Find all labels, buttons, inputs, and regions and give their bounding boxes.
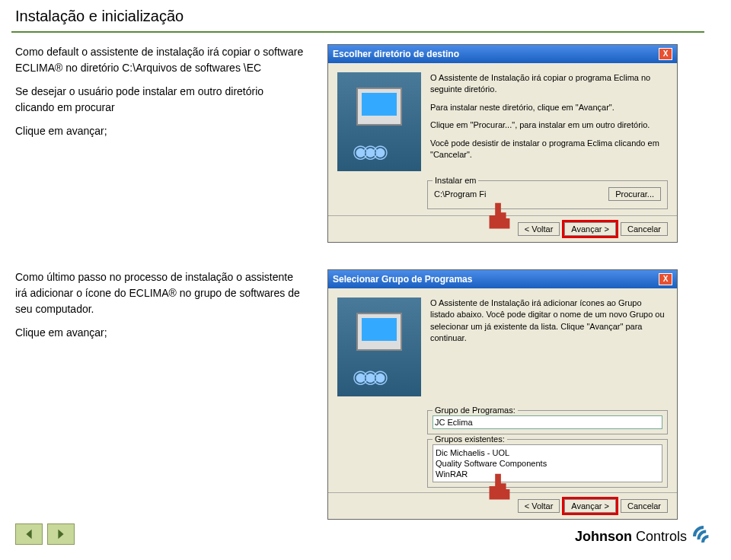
close-icon[interactable]: X <box>659 273 672 285</box>
install-path-label: Instalar em <box>433 176 478 185</box>
dialog2-titlebar: Selecionar Grupo de Programas X <box>328 270 677 288</box>
list-item[interactable]: Dic Michaelis - UOL <box>436 447 659 458</box>
browse-button[interactable]: Procurar... <box>608 187 661 201</box>
cancel-button[interactable]: Cancelar <box>621 499 668 513</box>
cancel-button[interactable]: Cancelar <box>621 222 668 236</box>
installer-graphic: ◉◉◉ <box>337 72 421 171</box>
install-path-group: Instalar em C:\Program Fi Procurar... <box>427 180 668 209</box>
dialog2-text: O Assistente de Instalação irá adicionar… <box>430 298 668 396</box>
title-underline <box>11 31 704 33</box>
section2-text: Como último passo no processo de instala… <box>15 269 305 535</box>
program-group-box: Grupo de Programas: <box>427 410 668 434</box>
slide-nav <box>15 523 75 545</box>
section2-para2: Clique em avançar; <box>15 325 305 341</box>
dialog1-para4: Você pode desistir de instalar o program… <box>430 138 668 161</box>
next-button[interactable]: Avançar > <box>564 499 616 513</box>
dialog1-para1: O Assistente de Instalação irá copiar o … <box>430 72 668 96</box>
arrow-left-icon <box>22 527 36 541</box>
installer-graphic: ◉◉◉ <box>337 298 421 396</box>
dialog2-footer: < Voltar Avançar > Cancelar <box>328 492 677 519</box>
dialog2-para1: O Assistente de Instalação irá adicionar… <box>430 298 668 345</box>
prev-slide-button[interactable] <box>15 523 43 545</box>
next-button[interactable]: Avançar > <box>564 222 616 236</box>
dialog1-footer: < Voltar Avançar > Cancelar <box>328 215 677 242</box>
program-group-input[interactable] <box>433 415 662 429</box>
close-icon[interactable]: X <box>659 48 672 60</box>
dialog1-title: Escolher diretório de destino <box>333 49 459 59</box>
section1-para1: Como default o assistente de instalação … <box>15 44 305 76</box>
dialog-select-group: Selecionar Grupo de Programas X ◉◉◉ O As… <box>327 269 678 520</box>
arrow-right-icon <box>54 527 68 541</box>
dialog1-text: O Assistente de Instalação irá copiar o … <box>430 72 668 171</box>
discs-icon: ◉◉◉ <box>353 141 382 162</box>
dialog1-para3: Clique em "Procurar...", para instalar e… <box>430 119 668 131</box>
back-button[interactable]: < Voltar <box>518 222 560 236</box>
existing-groups-list[interactable]: Dic Michaelis - UOL Quality Software Com… <box>433 444 662 482</box>
monitor-icon <box>356 313 402 351</box>
section1-para3: Clique em avançar; <box>15 123 305 139</box>
dialog1-titlebar: Escolher diretório de destino X <box>328 45 677 63</box>
back-button[interactable]: < Voltar <box>518 499 560 513</box>
program-group-label: Grupo de Programas: <box>433 406 518 415</box>
existing-groups-label: Grupos existentes: <box>433 434 507 444</box>
existing-groups-box: Grupos existentes: Dic Michaelis - UOL Q… <box>427 439 668 488</box>
page-title: Instalação e inicialização <box>0 0 731 31</box>
dialog2-title: Selecionar Grupo de Programas <box>333 274 472 285</box>
logo-icon <box>691 524 716 549</box>
dialog-choose-directory: Escolher diretório de destino X ◉◉◉ O As… <box>327 44 678 243</box>
list-item[interactable]: Quality Software Components <box>436 458 659 469</box>
dialog1-para2: Para instalar neste diretório, clique em… <box>430 102 668 113</box>
monitor-icon <box>356 88 402 126</box>
johnson-controls-logo: Johnson Controls <box>575 524 716 549</box>
section1-text: Como default o assistente de instalação … <box>15 44 305 258</box>
logo-text: Johnson Controls <box>575 529 687 545</box>
list-item[interactable]: WinRAR <box>436 469 659 479</box>
install-path-value: C:\Program Fi <box>434 189 486 199</box>
section2-para1: Como último passo no processo de instala… <box>15 269 305 317</box>
discs-icon: ◉◉◉ <box>353 366 382 387</box>
next-slide-button[interactable] <box>47 523 75 545</box>
section1-para2: Se desejar o usuário pode instalar em ou… <box>15 84 305 116</box>
